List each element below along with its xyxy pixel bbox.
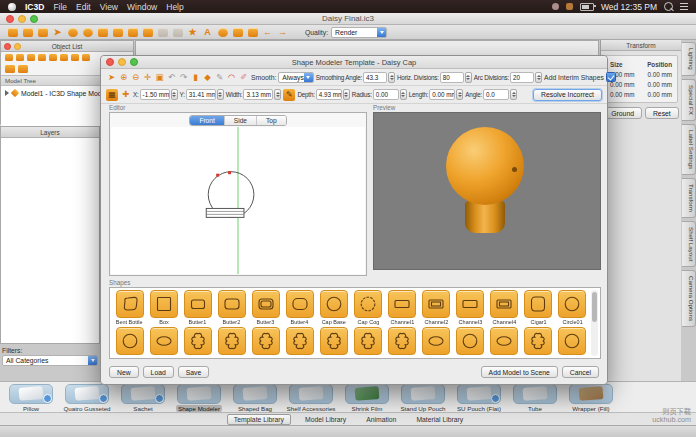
save-file-icon[interactable]: [36, 26, 49, 38]
field-input[interactable]: 4.93 mm: [316, 89, 342, 100]
new-file-icon[interactable]: [6, 26, 19, 38]
fit-view-icon[interactable]: ▣: [154, 71, 165, 83]
library-item[interactable]: Tube: [508, 384, 562, 412]
text-tool-icon[interactable]: A: [201, 26, 214, 38]
field-input[interactable]: 0.00: [373, 89, 399, 100]
zoom-in-tool-icon[interactable]: ⊕: [118, 71, 129, 83]
shape-item[interactable]: [283, 327, 316, 356]
shape-item[interactable]: Cap Base: [317, 290, 350, 325]
delete-icon[interactable]: [49, 54, 57, 61]
menu-clock[interactable]: Wed 12:35 PM: [601, 2, 657, 12]
field-input[interactable]: 80: [440, 72, 464, 83]
draw-pencil-icon[interactable]: ✎: [214, 71, 225, 83]
shape-item[interactable]: [454, 327, 487, 356]
add-point-icon[interactable]: ✚: [120, 89, 131, 101]
stepper[interactable]: [510, 89, 517, 100]
shape-item[interactable]: Butter4: [283, 290, 316, 325]
select-tool-icon[interactable]: ➤: [106, 71, 117, 83]
status-app-icon[interactable]: [552, 3, 559, 10]
shape-item[interactable]: Channel4: [488, 290, 521, 325]
layers-header[interactable]: Layers: [1, 127, 99, 138]
position-value[interactable]: 0.00 mm: [648, 81, 673, 88]
field-input[interactable]: 20: [510, 72, 534, 83]
align-tool-icon[interactable]: [156, 26, 169, 38]
menu-item-app[interactable]: IC3D: [25, 2, 44, 12]
dock-tab[interactable]: Transform: [682, 178, 696, 218]
mirror-tool-icon[interactable]: [126, 26, 139, 38]
shape-item[interactable]: [317, 327, 350, 356]
shape-item[interactable]: [522, 327, 555, 356]
folder-closed-icon[interactable]: [5, 65, 15, 73]
draw-arc-icon[interactable]: ◠: [226, 71, 237, 83]
library-item[interactable]: Sachet: [116, 384, 170, 412]
add-model-icon[interactable]: [27, 54, 35, 61]
zoom-window-icon[interactable]: [30, 15, 38, 23]
shape-item[interactable]: Cap Cog: [352, 290, 385, 325]
shape-item[interactable]: [249, 327, 282, 356]
menu-item[interactable]: Help: [166, 2, 183, 12]
profile-mode-icon[interactable]: ▦: [106, 89, 118, 101]
object-list-header[interactable]: Object List: [1, 41, 133, 52]
undo-icon[interactable]: ↶: [166, 71, 177, 83]
field-input[interactable]: 43.3: [363, 72, 387, 83]
import-icon[interactable]: [5, 54, 13, 61]
material-tool-icon[interactable]: [231, 26, 244, 38]
new-button[interactable]: New: [109, 366, 139, 378]
shape-item[interactable]: [181, 327, 214, 356]
redo-icon[interactable]: →: [276, 26, 289, 38]
shape-item[interactable]: Channel3: [454, 290, 487, 325]
shape-item[interactable]: Channel2: [420, 290, 453, 325]
profile-edit-canvas[interactable]: [111, 127, 365, 274]
menu-item[interactable]: View: [100, 2, 118, 12]
shape-item[interactable]: Butter1: [181, 290, 214, 325]
star-tool-icon[interactable]: ★: [186, 26, 199, 38]
library-item[interactable]: Shrink Film: [340, 384, 394, 412]
library-tab[interactable]: Animation: [360, 415, 402, 424]
library-item[interactable]: Shaped Bag: [228, 384, 282, 412]
resolve-incorrect-button[interactable]: Resolve Incorrect: [533, 89, 602, 101]
reset-button[interactable]: Reset: [645, 107, 679, 119]
stepper[interactable]: [343, 89, 350, 100]
field-input[interactable]: 3.13 mm: [243, 89, 273, 100]
draw-pen-icon[interactable]: ✐: [238, 71, 249, 83]
stepper[interactable]: [400, 89, 407, 100]
quality-select[interactable]: Render: [331, 27, 387, 38]
library-item[interactable]: Stand Up Pouch: [396, 384, 450, 412]
dock-tab[interactable]: Special FX: [682, 79, 696, 121]
stepper[interactable]: [217, 89, 224, 100]
shape-item[interactable]: [386, 327, 419, 356]
dock-tab[interactable]: Shelf Layout: [682, 221, 696, 267]
stepper[interactable]: [535, 72, 542, 83]
library-item[interactable]: Wrapper (Fill): [564, 384, 618, 412]
preview-pane[interactable]: [373, 112, 601, 270]
measure-tool-icon[interactable]: [171, 26, 184, 38]
field-input[interactable]: 31.41 mm: [186, 89, 216, 100]
close-window-icon[interactable]: [6, 15, 14, 23]
hand-tool-icon[interactable]: [216, 26, 229, 38]
field-input[interactable]: 0.0: [483, 89, 509, 100]
shape-item[interactable]: [352, 327, 385, 356]
stepper[interactable]: [171, 89, 178, 100]
apple-menu-icon[interactable]: [8, 3, 16, 11]
move-tool-icon[interactable]: [96, 26, 109, 38]
add-point-shape-icon[interactable]: ◆: [202, 71, 213, 83]
menu-item[interactable]: Window: [127, 2, 157, 12]
add-interim-shapes-checkbox[interactable]: [606, 72, 616, 82]
ground-button[interactable]: Ground: [603, 107, 642, 119]
library-item[interactable]: SU Pouch (Flat): [452, 384, 506, 412]
add-model-to-scene-button[interactable]: Add Model to Scene: [481, 366, 558, 378]
library-item[interactable]: Quatro Gusseted: [60, 384, 114, 412]
menu-item[interactable]: File: [53, 2, 67, 12]
position-value[interactable]: 0.00 mm: [648, 91, 673, 98]
shape-item[interactable]: [488, 327, 521, 356]
cancel-button[interactable]: Cancel: [562, 366, 599, 378]
shape-item[interactable]: Bent Bottle: [113, 290, 146, 325]
ungroup-icon[interactable]: [71, 54, 79, 61]
boolean-tool-icon[interactable]: [141, 26, 154, 38]
field-input[interactable]: 0.00 mm: [429, 89, 455, 100]
stepper[interactable]: [274, 89, 281, 100]
edit-profile-icon[interactable]: ✎: [283, 89, 295, 101]
view-tab[interactable]: Top: [257, 116, 286, 125]
panel-minimize-icon[interactable]: [14, 43, 21, 50]
dock-tab[interactable]: Lighting: [682, 42, 696, 76]
